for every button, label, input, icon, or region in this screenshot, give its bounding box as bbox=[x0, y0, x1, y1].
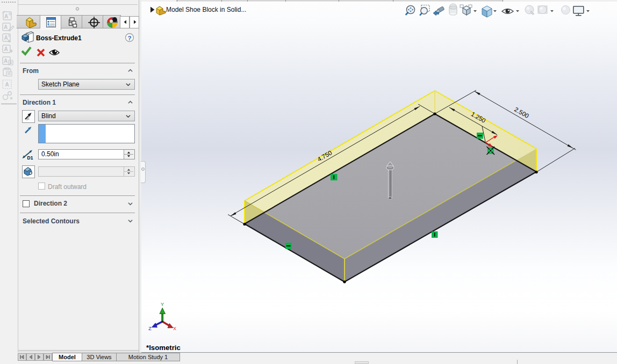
svg-text:A: A bbox=[4, 13, 8, 19]
svg-text:X: X bbox=[173, 326, 176, 331]
svg-text:A: A bbox=[4, 58, 8, 64]
svg-text:?: ? bbox=[127, 35, 131, 41]
svg-text:A: A bbox=[4, 35, 8, 41]
svg-text:Z: Z bbox=[148, 326, 152, 331]
svg-text:D1: D1 bbox=[27, 155, 33, 161]
svg-text:A: A bbox=[4, 24, 8, 30]
svg-text:A: A bbox=[4, 46, 8, 52]
svg-text:*Isometric: *Isometric bbox=[146, 344, 181, 352]
svg-text:2.500: 2.500 bbox=[513, 106, 530, 119]
svg-text:Model Shoe Block in Solid...: Model Shoe Block in Solid... bbox=[166, 6, 246, 13]
svg-text:A: A bbox=[5, 82, 9, 88]
svg-text:Boss-Extrude1: Boss-Extrude1 bbox=[36, 34, 82, 42]
svg-text:Y: Y bbox=[161, 302, 164, 307]
